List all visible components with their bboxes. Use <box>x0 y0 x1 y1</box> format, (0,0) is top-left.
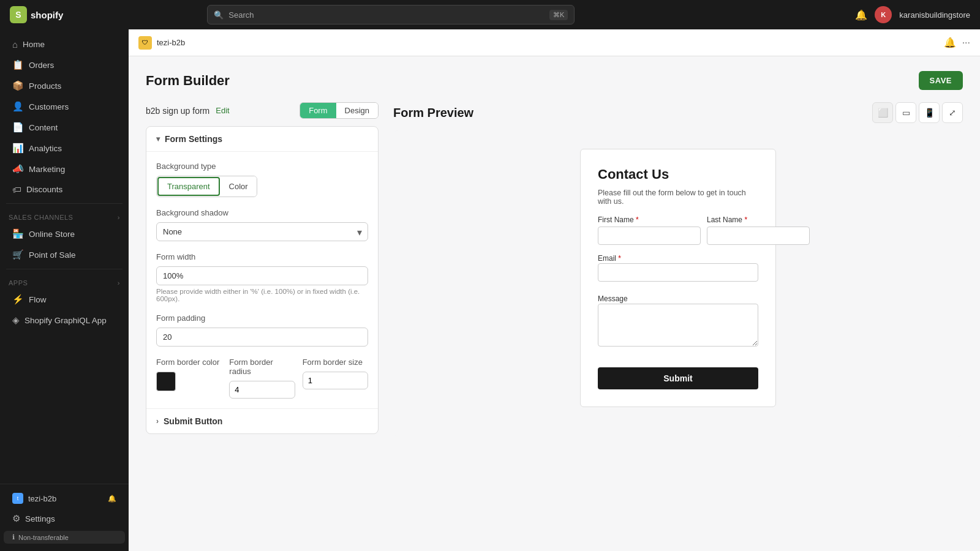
preview-mobile-btn[interactable]: 📱 <box>919 102 940 123</box>
bg-color-btn[interactable]: Color <box>221 176 257 197</box>
tablet-icon: ▭ <box>902 108 910 118</box>
form-padding-group: Form padding <box>156 313 368 347</box>
sidebar-label-online-store: Online Store <box>29 230 75 239</box>
form-preview-area: Contact Us Please fill out the form belo… <box>393 130 963 437</box>
bg-type-label: Background type <box>156 162 368 171</box>
non-transferable-badge: ℹ Non-transferable <box>4 531 125 544</box>
page-title: Form Builder <box>146 73 230 89</box>
sidebar-divider-1 <box>6 203 123 204</box>
form-width-group: Form width Please provide width either i… <box>156 252 368 302</box>
form-settings-header[interactable]: ▾ Form Settings <box>146 127 378 152</box>
last-name-group: Last Name * <box>707 216 810 245</box>
contact-title: Contact Us <box>598 167 758 182</box>
sidebar-item-graphql[interactable]: ◈ Shopify GraphiQL App <box>4 310 125 330</box>
sidebar-label-products: Products <box>29 81 61 91</box>
first-name-label: First Name * <box>598 216 701 224</box>
sidebar-item-orders[interactable]: 📋 Orders <box>4 55 125 75</box>
sidebar-item-tezi[interactable]: t tezi-b2b 🔔 <box>4 489 125 508</box>
preview-fullscreen-btn[interactable]: ⤢ <box>942 102 963 123</box>
left-panel: b2b sign up form Edit Form Design ▾ Form… <box>146 102 379 531</box>
save-button[interactable]: SAVE <box>919 71 963 90</box>
bg-type-group: Background type Transparent Color <box>156 162 368 197</box>
online-store-icon: 🏪 <box>12 228 24 239</box>
sidebar-label-customers: Customers <box>29 102 69 111</box>
info-icon: ℹ <box>12 533 15 541</box>
submit-section-header[interactable]: › Submit Button <box>146 408 378 433</box>
desktop-icon: ⬜ <box>878 108 888 118</box>
contact-desc: Please fill out the form below to get in… <box>598 189 758 206</box>
sidebar-label-home: Home <box>23 40 45 49</box>
name-row: First Name * Last Name * <box>598 216 758 245</box>
bg-shadow-select-wrapper: None <box>156 222 368 241</box>
message-group: Message <box>598 293 758 349</box>
edit-link[interactable]: Edit <box>216 106 229 115</box>
border-fields: Form border color Form border radius <box>156 358 368 399</box>
bg-shadow-select[interactable]: None <box>156 222 368 241</box>
expand-apps-icon: › <box>118 279 120 287</box>
search-placeholder: Search <box>228 10 254 20</box>
sidebar-item-pos[interactable]: 🛒 Point of Sale <box>4 245 125 264</box>
settings-panel: ▾ Form Settings Background type Transpar… <box>146 126 379 434</box>
border-radius-input[interactable] <box>229 381 295 399</box>
sidebar-label-flow: Flow <box>29 295 47 304</box>
sidebar-label-orders: Orders <box>29 61 54 70</box>
last-name-input[interactable] <box>707 227 810 245</box>
sidebar-label-analytics: Analytics <box>29 144 62 153</box>
preview-desktop-btn[interactable]: ⬜ <box>872 102 893 123</box>
border-size-label: Form border size <box>303 358 368 367</box>
sidebar-item-marketing[interactable]: 📣 Marketing <box>4 159 125 179</box>
tab-form[interactable]: Form <box>300 103 336 118</box>
search-bar[interactable]: 🔍 Search ⌘K <box>207 5 575 24</box>
store-bar: 🛡 tezi-b2b 🔔 ··· <box>129 29 980 56</box>
form-width-input[interactable] <box>156 266 368 285</box>
sidebar-item-products[interactable]: 📦 Products <box>4 76 125 96</box>
sidebar-item-settings[interactable]: ⚙ Settings <box>4 509 125 528</box>
shopify-logo[interactable]: S shopify <box>10 6 63 23</box>
preview-header: Form Preview ⬜ ▭ 📱 <box>393 102 963 123</box>
sidebar: ⌂ Home 📋 Orders 📦 Products 👤 Customers 📄… <box>0 29 129 551</box>
sidebar-label-discounts: Discounts <box>26 185 62 194</box>
submit-button[interactable]: Submit <box>598 367 758 389</box>
topbar-right: 🔔 K karanisbuildingstore <box>855 6 970 23</box>
sidebar-item-home[interactable]: ⌂ Home <box>4 35 125 54</box>
store-bar-bell[interactable]: 🔔 <box>944 37 956 48</box>
message-textarea[interactable] <box>598 304 758 347</box>
tab-design[interactable]: Design <box>336 103 378 118</box>
customers-icon: 👤 <box>12 101 24 112</box>
sidebar-item-flow[interactable]: ⚡ Flow <box>4 290 125 309</box>
sidebar-item-discounts[interactable]: 🏷 Discounts <box>4 180 125 199</box>
form-padding-input[interactable] <box>156 328 368 347</box>
form-width-label: Form width <box>156 252 368 261</box>
sidebar-label-settings: Settings <box>25 514 55 523</box>
color-swatch[interactable] <box>156 372 176 391</box>
email-label: Email * <box>598 254 621 263</box>
sidebar-label-tezi: tezi-b2b <box>28 494 56 503</box>
form-builder-layout: b2b sign up form Edit Form Design ▾ Form… <box>146 102 963 531</box>
topbar: S shopify 🔍 Search ⌘K 🔔 K karanisbuildin… <box>0 0 980 29</box>
bg-transparent-btn[interactable]: Transparent <box>157 177 220 196</box>
tezi-bell-icon[interactable]: 🔔 <box>108 495 116 503</box>
content-area: 🛡 tezi-b2b 🔔 ··· Form Builder SAVE b2b s… <box>129 29 980 551</box>
email-input[interactable] <box>598 263 758 282</box>
bell-icon[interactable]: 🔔 <box>855 9 867 21</box>
store-bar-more[interactable]: ··· <box>962 37 970 48</box>
first-name-group: First Name * <box>598 216 701 245</box>
page-header: Form Builder SAVE <box>146 71 963 90</box>
preview-tablet-btn[interactable]: ▭ <box>895 102 916 123</box>
sidebar-item-content[interactable]: 📄 Content <box>4 118 125 137</box>
submit-section-label: Submit Button <box>164 416 222 426</box>
preview-title: Form Preview <box>393 106 473 120</box>
graphql-icon: ◈ <box>12 315 20 326</box>
form-settings-label: Form Settings <box>165 134 222 144</box>
settings-body: Background type Transparent Color Backgr… <box>146 152 378 408</box>
sidebar-bottom: t tezi-b2b 🔔 ⚙ Settings ℹ Non-transferab… <box>0 484 129 546</box>
border-size-input[interactable] <box>303 372 368 389</box>
store-bar-right: 🔔 ··· <box>944 37 970 48</box>
sidebar-item-online-store[interactable]: 🏪 Online Store <box>4 224 125 244</box>
sidebar-label-pos: Point of Sale <box>29 250 76 260</box>
preview-controls: ⬜ ▭ 📱 ⤢ <box>872 102 963 123</box>
sidebar-label-content: Content <box>29 123 58 132</box>
sidebar-item-analytics[interactable]: 📊 Analytics <box>4 138 125 158</box>
first-name-input[interactable] <box>598 227 701 245</box>
sidebar-item-customers[interactable]: 👤 Customers <box>4 97 125 116</box>
